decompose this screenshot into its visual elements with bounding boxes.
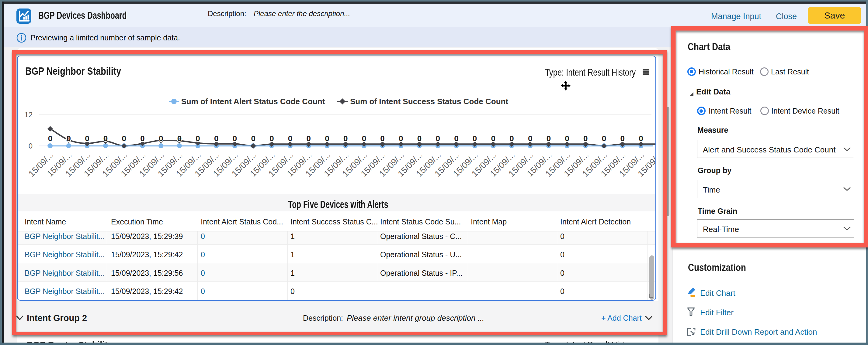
svg-text:0: 0	[122, 134, 126, 143]
svg-text:0: 0	[583, 134, 588, 143]
svg-text:0: 0	[343, 134, 348, 143]
svg-text:0: 0	[620, 134, 624, 143]
svg-text:0: 0	[85, 134, 89, 143]
svg-text:0: 0	[103, 134, 108, 143]
svg-text:0: 0	[195, 134, 200, 143]
svg-text:0: 0	[307, 134, 311, 143]
svg-text:0: 0	[380, 134, 384, 143]
svg-text:12: 12	[24, 110, 33, 119]
svg-text:0: 0	[232, 134, 237, 143]
svg-text:0: 0	[48, 134, 52, 143]
svg-text:0: 0	[362, 134, 366, 143]
svg-text:0: 0	[251, 134, 255, 143]
svg-text:0: 0	[177, 134, 182, 143]
svg-text:0: 0	[66, 134, 70, 143]
svg-text:0: 0	[29, 142, 33, 150]
svg-text:0: 0	[325, 134, 329, 143]
svg-text:0: 0	[509, 134, 514, 143]
svg-text:0: 0	[270, 134, 274, 143]
svg-text:0: 0	[159, 134, 163, 143]
svg-text:0: 0	[399, 134, 403, 143]
svg-text:0: 0	[528, 134, 532, 143]
svg-text:0: 0	[288, 134, 292, 143]
svg-text:0: 0	[473, 134, 477, 143]
svg-text:0: 0	[417, 134, 422, 143]
svg-text:0: 0	[214, 134, 218, 143]
svg-text:0: 0	[491, 134, 495, 143]
svg-text:0: 0	[565, 134, 569, 143]
svg-text:0: 0	[547, 134, 551, 143]
svg-text:0: 0	[602, 134, 606, 143]
svg-text:0: 0	[436, 134, 440, 143]
svg-text:0: 0	[639, 134, 643, 143]
svg-text:0: 0	[454, 134, 458, 143]
svg-text:0: 0	[140, 134, 145, 143]
